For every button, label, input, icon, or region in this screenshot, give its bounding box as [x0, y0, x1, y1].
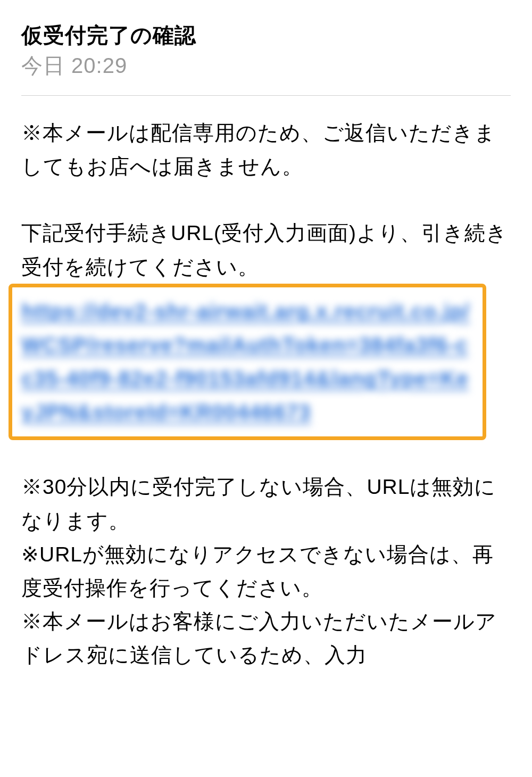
paragraph-gap: [21, 440, 511, 470]
email-body-paragraph-2: 下記受付手続きURL(受付入力画面)より、引き続き受付を続けてください。: [21, 216, 511, 283]
email-body-note-3: ※本メールはお客様にご入力いただいたメールアドレス宛に送信しているため、入力: [21, 605, 511, 672]
url-highlight-box: https://dev2-shr-airwait.arg.x.recruit.c…: [9, 284, 486, 441]
email-timestamp: 今日 20:29: [21, 51, 511, 80]
email-container: 仮受付完了の確認 今日 20:29 ※本メールは配信専用のため、ご返信いただきま…: [0, 0, 532, 672]
registration-url-link[interactable]: https://dev2-shr-airwait.arg.x.recruit.c…: [21, 295, 472, 429]
header-divider: [21, 95, 511, 96]
email-body-note-1: ※30分以内に受付完了しない場合、URLは無効になります。: [21, 470, 511, 537]
email-body-note-2: ※URLが無効になりアクセスできない場合は、再度受付操作を行ってください。: [21, 538, 511, 605]
email-subject: 仮受付完了の確認: [21, 21, 511, 49]
email-body-paragraph-1: ※本メールは配信専用のため、ご返信いただきましてもお店へは届きません。: [21, 116, 511, 183]
paragraph-gap: [21, 183, 511, 216]
